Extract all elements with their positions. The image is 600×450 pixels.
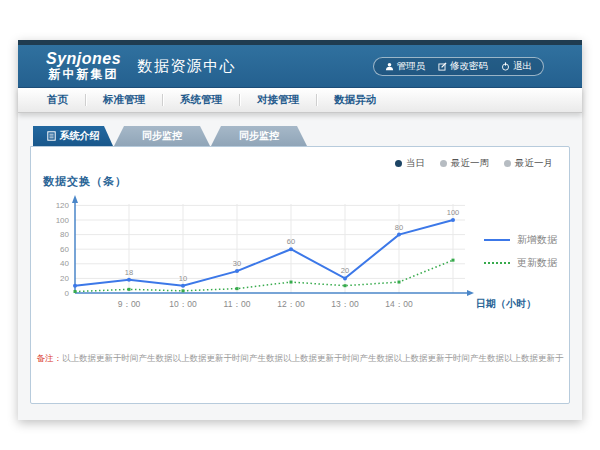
legend-item-new-data: 新增数据: [484, 233, 557, 247]
logout-button[interactable]: 退出: [501, 60, 532, 73]
nav-item-system-mgmt[interactable]: 系统管理: [163, 93, 239, 107]
radio-dot[interactable]: [504, 160, 511, 167]
page-background: Synjones 新中新集团 数据资源中心 管理员 修改密码: [0, 0, 600, 450]
legend-label: 更新数据: [517, 256, 557, 270]
user-menu: 管理员 修改密码 退出: [373, 57, 545, 76]
filter-label: 最近一周: [451, 157, 489, 170]
svg-text:60: 60: [60, 245, 69, 254]
admin-user-button[interactable]: 管理员: [385, 60, 426, 73]
chart-legend: 新增数据 更新数据: [484, 233, 557, 279]
nav-item-home[interactable]: 首页: [30, 93, 85, 107]
tab-sync-monitor-2[interactable]: 同步监控: [211, 126, 307, 146]
svg-text:120: 120: [56, 201, 70, 210]
svg-text:20: 20: [60, 274, 69, 283]
page-title: 数据资源中心: [137, 57, 236, 76]
admin-label: 管理员: [397, 60, 426, 73]
svg-text:100: 100: [56, 216, 70, 225]
legend-line-swatch: [484, 239, 510, 241]
main-nav: 首页 标准管理 系统管理 对接管理 数据异动: [18, 88, 582, 113]
logout-label: 退出: [513, 60, 532, 73]
nav-item-standard-mgmt[interactable]: 标准管理: [86, 93, 162, 107]
svg-text:10：00: 10：00: [169, 299, 197, 309]
filter-label: 最近一月: [515, 157, 553, 170]
tab-label: 同步监控: [239, 129, 279, 143]
filter-label: 当日: [406, 157, 425, 170]
legend-line-swatch: [484, 262, 510, 264]
filter-today[interactable]: 当日: [395, 157, 425, 170]
svg-text:0: 0: [65, 289, 70, 298]
radio-dot[interactable]: [395, 160, 402, 167]
radio-dot[interactable]: [440, 160, 447, 167]
svg-text:13：00: 13：00: [331, 299, 359, 309]
line-chart: 0204060801001209：0010：0011：0012：0013：001…: [39, 191, 539, 323]
content-area: 系统介绍 同步监控 同步监控 当日 最近一周: [18, 113, 582, 420]
company-logo: Synjones 新中新集团: [46, 51, 121, 80]
svg-text:80: 80: [60, 230, 69, 239]
svg-text:11：00: 11：00: [224, 299, 251, 309]
svg-text:100: 100: [447, 208, 460, 217]
nav-item-data-change[interactable]: 数据异动: [317, 93, 393, 107]
tab-label: 同步监控: [142, 129, 182, 143]
svg-text:18: 18: [125, 268, 133, 277]
footnote-text: 以上数据更新于时间产生数据以上数据更新于时间产生数据以上数据更新于时间产生数据以…: [62, 353, 564, 363]
y-axis-title: 数据交换（条）: [43, 174, 569, 189]
filter-last-month[interactable]: 最近一月: [504, 157, 553, 170]
svg-text:14：00: 14：00: [385, 299, 413, 309]
app-header: Synjones 新中新集团 数据资源中心 管理员 修改密码: [18, 45, 582, 88]
nav-item-interface-mgmt[interactable]: 对接管理: [240, 93, 316, 107]
svg-text:10: 10: [179, 274, 187, 283]
svg-text:20: 20: [341, 266, 349, 275]
svg-text:30: 30: [233, 259, 241, 268]
app-window: Synjones 新中新集团 数据资源中心 管理员 修改密码: [18, 40, 582, 420]
logo-primary-text: Synjones: [46, 51, 121, 68]
svg-text:12：00: 12：00: [277, 299, 305, 309]
power-icon: [501, 62, 510, 71]
tab-label: 系统介绍: [60, 129, 100, 143]
svg-text:日期（小时）: 日期（小时）: [476, 298, 536, 309]
document-icon: [47, 131, 56, 141]
svg-text:60: 60: [287, 237, 295, 246]
legend-label: 新增数据: [517, 233, 557, 247]
svg-text:40: 40: [60, 259, 69, 268]
tab-sync-monitor-1[interactable]: 同步监控: [114, 126, 210, 146]
svg-text:80: 80: [395, 223, 403, 232]
svg-text:9：00: 9：00: [118, 299, 141, 309]
change-password-label: 修改密码: [450, 60, 488, 73]
filter-last-week[interactable]: 最近一周: [440, 157, 489, 170]
logo-secondary-text: 新中新集团: [46, 68, 121, 81]
edit-icon: [438, 62, 447, 71]
user-icon: [385, 62, 394, 71]
time-range-filters: 当日 最近一周 最近一月: [395, 157, 553, 170]
legend-item-updated-data: 更新数据: [484, 256, 557, 270]
tab-system-intro[interactable]: 系统介绍: [33, 126, 113, 146]
chart-panel: 当日 最近一周 最近一月 数据交换（条） 0204060801001209：00…: [30, 146, 570, 404]
footnote-prefix: 备注：: [37, 353, 63, 363]
footnote: 备注：以上数据更新于时间产生数据以上数据更新于时间产生数据以上数据更新于时间产生…: [31, 353, 569, 365]
tab-bar: 系统介绍 同步监控 同步监控: [33, 126, 570, 146]
change-password-button[interactable]: 修改密码: [438, 60, 488, 73]
